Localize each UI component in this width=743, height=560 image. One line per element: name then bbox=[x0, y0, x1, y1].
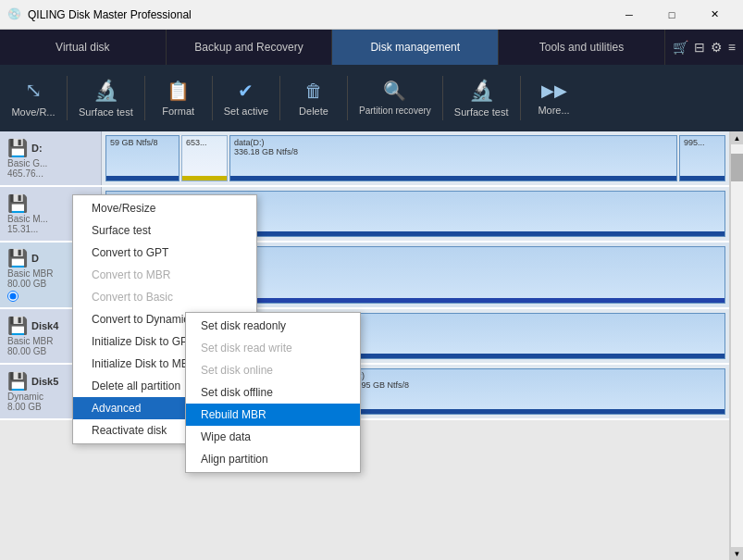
scroll-up-btn[interactable]: ▲ bbox=[731, 131, 743, 144]
scroll-down-btn[interactable]: ▼ bbox=[731, 547, 743, 560]
toolbar-delete-label: Delete bbox=[299, 106, 328, 117]
menu-convert-gpt[interactable]: Convert to GPT bbox=[73, 242, 256, 264]
disk-area: 💾 D: Basic G... 465.76... 59 GB Ntfs/8 6… bbox=[0, 131, 730, 560]
toolbar-more[interactable]: ▶▶ More... bbox=[525, 68, 584, 128]
move-resize-icon: ⤡ bbox=[25, 79, 42, 103]
disk-3-radio[interactable] bbox=[7, 291, 19, 302]
surface-test-icon: 🔬 bbox=[93, 79, 118, 103]
menu-convert-basic: Convert to Basic bbox=[73, 286, 256, 308]
cart-icon[interactable]: 🛒 bbox=[673, 40, 688, 55]
toolbar-surface-test2-label: Surface test bbox=[454, 106, 509, 118]
settings-icon[interactable]: ⚙ bbox=[711, 40, 723, 55]
disk-1-size: 465.76... bbox=[7, 168, 93, 179]
disk-row-1: 💾 D: Basic G... 465.76... 59 GB Ntfs/8 6… bbox=[0, 131, 729, 187]
tab-bar: Virtual disk Backup and Recovery Disk ma… bbox=[0, 30, 743, 65]
title-bar: 💿 QILING Disk Master Professional ─ □ ✕ bbox=[0, 0, 743, 30]
app-icon: 💿 bbox=[7, 7, 22, 22]
close-button[interactable]: ✕ bbox=[693, 0, 736, 30]
scrollbar[interactable]: ▲ ▼ bbox=[730, 131, 743, 560]
part-bar bbox=[230, 176, 676, 180]
menu-advanced-label: Advanced bbox=[92, 402, 141, 415]
toolbar-surface-test[interactable]: 🔬 Surface test bbox=[71, 68, 141, 128]
disk-1-part-4[interactable]: 995... bbox=[679, 135, 725, 181]
submenu-set-online: Set disk online bbox=[186, 359, 360, 381]
toolbar-surface-test-label: Surface test bbox=[79, 106, 133, 118]
toolbar-move-resize-label: Move/R... bbox=[11, 106, 55, 118]
part-size: 3.95 GB Ntfs/8 bbox=[354, 380, 721, 390]
delete-icon: 🗑 bbox=[304, 81, 323, 102]
menu-surface-test[interactable]: Surface test bbox=[73, 219, 256, 242]
menu-convert-mbr: Convert to MBR bbox=[73, 264, 256, 286]
tab-backup-recovery[interactable]: Backup and Recovery bbox=[167, 30, 333, 65]
toolbar-surface-test2[interactable]: 🔬 Surface test bbox=[447, 68, 516, 128]
more-icon: ▶▶ bbox=[541, 81, 567, 101]
toolbar-partition-recovery-label: Partition recovery bbox=[359, 106, 431, 117]
toolbar-set-active-label: Set active bbox=[224, 106, 268, 117]
toolbar: ⤡ Move/R... 🔬 Surface test 📋 Format ✔ Se… bbox=[0, 65, 743, 131]
toolbar-more-label: More... bbox=[538, 105, 569, 116]
submenu-set-readwrite: Set disk read write bbox=[186, 337, 360, 359]
partition-recovery-icon: 🔍 bbox=[383, 80, 406, 102]
disk-1-part-1[interactable]: 59 GB Ntfs/8 bbox=[105, 135, 180, 181]
toolbar-sep6 bbox=[442, 76, 443, 120]
format-icon: 📋 bbox=[167, 80, 190, 102]
part-label: 995... bbox=[684, 138, 721, 147]
part-bar bbox=[351, 409, 724, 414]
disk-1-type: Basic G... bbox=[7, 158, 93, 168]
toolbar-partition-recovery[interactable]: 🔍 Partition recovery bbox=[352, 68, 439, 128]
disk-4-name: Disk4 bbox=[31, 320, 58, 331]
minimize-button[interactable]: ─ bbox=[608, 0, 650, 30]
submenu: Set disk readonly Set disk read write Se… bbox=[185, 312, 361, 473]
maximize-button[interactable]: □ bbox=[650, 0, 693, 30]
toolbar-format-label: Format bbox=[162, 106, 194, 117]
tab-disk-management[interactable]: Disk management bbox=[332, 30, 499, 65]
toolbar-sep4 bbox=[279, 76, 280, 120]
submenu-rebuild-mbr[interactable]: Rebuild MBR bbox=[186, 404, 360, 426]
part-bar bbox=[182, 176, 227, 180]
menu-icon[interactable]: ≡ bbox=[728, 40, 736, 55]
scroll-track bbox=[731, 144, 743, 547]
part-bar bbox=[680, 176, 724, 180]
disk-5-part-3[interactable]: (I:) 3.95 GB Ntfs/8 bbox=[350, 368, 725, 415]
toolbar-set-active[interactable]: ✔ Set active bbox=[217, 68, 276, 128]
disk-1-part-2[interactable]: 653... bbox=[181, 135, 228, 181]
toolbar-move-resize[interactable]: ⤡ Move/R... bbox=[4, 68, 63, 128]
scroll-thumb[interactable] bbox=[731, 154, 743, 181]
submenu-wipe-data[interactable]: Wipe data bbox=[186, 426, 360, 448]
toolbar-sep1 bbox=[67, 76, 68, 120]
toolbar-format[interactable]: 📋 Format bbox=[149, 68, 208, 128]
part-size: 336.18 GB Ntfs/8 bbox=[234, 147, 673, 156]
part-label: data(D:) bbox=[234, 138, 673, 147]
disk-1-label: 💾 D: Basic G... 465.76... bbox=[0, 131, 102, 185]
window-controls: ─ □ ✕ bbox=[608, 0, 736, 30]
submenu-align-partition[interactable]: Align partition bbox=[186, 448, 360, 470]
toolbar-sep5 bbox=[347, 76, 348, 120]
surface-test2-icon: 🔬 bbox=[469, 79, 494, 103]
disk-1-part-3[interactable]: data(D:) 336.18 GB Ntfs/8 bbox=[229, 135, 677, 181]
part-bar bbox=[106, 176, 179, 180]
toolbar-sep7 bbox=[520, 76, 521, 120]
toolbar-sep2 bbox=[144, 76, 145, 120]
tab-tools-utilities[interactable]: Tools and utilities bbox=[499, 30, 665, 65]
disk-1-name: D: bbox=[31, 143, 43, 154]
toolbar-sep3 bbox=[212, 76, 213, 120]
part-label: 653... bbox=[186, 138, 223, 147]
part-label: 59 GB Ntfs/8 bbox=[110, 138, 175, 147]
disk-1-partitions: 59 GB Ntfs/8 653... data(D:) 336.18 GB N… bbox=[102, 131, 729, 185]
grid-icon[interactable]: ⊟ bbox=[694, 40, 705, 55]
set-active-icon: ✔ bbox=[238, 80, 254, 102]
menu-move-resize[interactable]: Move/Resize bbox=[73, 197, 256, 219]
main-area: 💾 D: Basic G... 465.76... 59 GB Ntfs/8 6… bbox=[0, 131, 743, 560]
disk-3-name: D bbox=[31, 253, 39, 264]
part-label: (I:) bbox=[354, 371, 721, 380]
disk-5-name: Disk5 bbox=[31, 376, 58, 387]
toolbar-delete[interactable]: 🗑 Delete bbox=[284, 68, 343, 128]
app-title: QILING Disk Master Professional bbox=[28, 8, 608, 21]
submenu-set-offline[interactable]: Set disk offline bbox=[186, 381, 360, 404]
tab-bar-icons: 🛒 ⊟ ⚙ ≡ bbox=[665, 30, 743, 65]
tab-virtual-disk[interactable]: Virtual disk bbox=[0, 30, 167, 65]
submenu-set-readonly[interactable]: Set disk readonly bbox=[186, 315, 360, 337]
